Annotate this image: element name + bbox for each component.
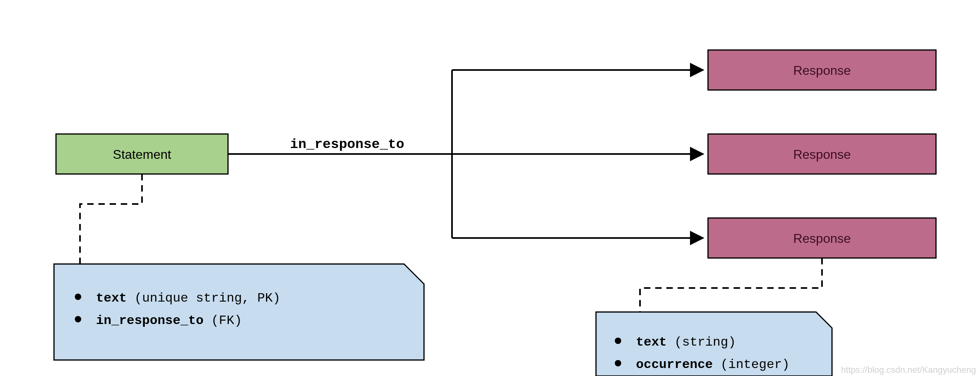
response-note-line2: occurrence (integer) <box>636 357 790 372</box>
response-note: text (string) occurrence (integer) <box>596 312 832 376</box>
statement-note: text (unique string, PK) in_response_to … <box>54 264 424 360</box>
response-label-2: Response <box>793 147 851 162</box>
svg-point-6 <box>615 338 621 344</box>
statement-box: Statement <box>56 134 228 174</box>
response-box-2: Response <box>708 134 936 174</box>
response-box-3: Response <box>708 218 936 258</box>
response-note-connector <box>640 258 822 312</box>
statement-note-line1: text (unique string, PK) <box>96 291 280 306</box>
response-label-3: Response <box>793 231 851 246</box>
svg-point-7 <box>615 360 621 366</box>
response-label-1: Response <box>793 63 851 78</box>
statement-note-connector <box>80 174 142 264</box>
edge-label: in_response_to <box>290 137 404 152</box>
svg-point-1 <box>75 294 81 300</box>
response-note-line1: text (string) <box>636 335 736 350</box>
statement-note-line2: in_response_to (FK) <box>96 313 242 328</box>
statement-label: Statement <box>113 147 171 162</box>
response-box-1: Response <box>708 50 936 90</box>
svg-point-2 <box>75 316 81 322</box>
watermark: https://blog.csdn.net/Kangyucheng <box>841 365 976 375</box>
